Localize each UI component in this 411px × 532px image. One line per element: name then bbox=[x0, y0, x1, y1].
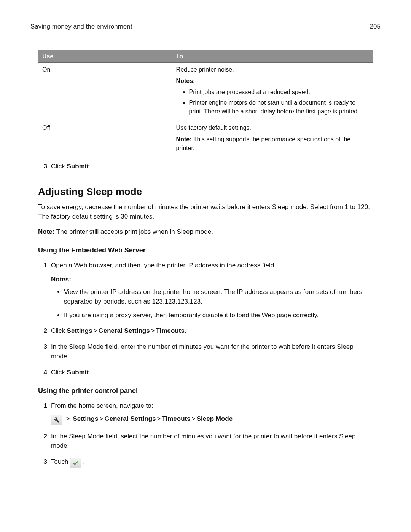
step-number: 2 bbox=[38, 326, 51, 336]
off-desc: Use factory default settings. bbox=[176, 125, 251, 131]
cell-to-on: Reduce printer noise. Notes: Print jobs … bbox=[172, 63, 373, 121]
ews-step-4: 4 Click Submit. bbox=[38, 367, 373, 377]
page: Saving money and the environment 205 Use… bbox=[0, 0, 411, 532]
nav-item: Settings bbox=[67, 327, 92, 334]
list-item: Printer engine motors do not start until… bbox=[189, 99, 369, 116]
table-row: Off Use factory default settings. Note: … bbox=[38, 121, 373, 155]
note-label: Note: bbox=[38, 228, 54, 235]
th-use: Use bbox=[38, 50, 172, 63]
quiet-mode-table: Use To On Reduce printer noise. Notes: P… bbox=[38, 50, 373, 155]
step-body: In the Sleep Mode field, select the numb… bbox=[51, 431, 373, 451]
th-to: To bbox=[172, 50, 373, 63]
step-bold: Submit bbox=[67, 163, 89, 170]
step-body: Touch . bbox=[51, 457, 373, 468]
step-prefix: Click bbox=[51, 327, 67, 334]
chevron-sep: > bbox=[191, 415, 197, 422]
panel-step-3: 3 Touch . bbox=[38, 457, 373, 468]
chevron-sep: > bbox=[65, 415, 71, 422]
ews-heading: Using the Embedded Web Server bbox=[38, 246, 373, 254]
panel-step-1: 1 From the home screen, navigate to: bbox=[38, 401, 373, 411]
nav-item: Settings bbox=[73, 415, 98, 422]
content-area: Use To On Reduce printer noise. Notes: P… bbox=[30, 50, 381, 468]
step-body: In the Sleep Mode field, enter the numbe… bbox=[51, 342, 373, 361]
step-body: Click Submit. bbox=[51, 161, 373, 171]
chevron-sep: > bbox=[98, 415, 104, 422]
ews-step-2: 2 Click Settings>General Settings>Timeou… bbox=[38, 326, 373, 336]
step-number: 3 bbox=[38, 457, 51, 468]
cell-use-off: Off bbox=[38, 121, 172, 155]
step-prefix: Touch bbox=[51, 458, 70, 465]
nav-item: General Settings bbox=[99, 327, 150, 334]
step-number: 4 bbox=[38, 367, 51, 377]
ews-step-3: 3 In the Sleep Mode field, enter the num… bbox=[38, 342, 373, 361]
wrench-icon bbox=[51, 415, 62, 425]
chevron-sep: > bbox=[156, 415, 162, 422]
ews-notes: Notes: View the printer IP address on th… bbox=[51, 276, 373, 320]
notes-label: Notes: bbox=[176, 77, 369, 85]
step-submit: 3 Click Submit. bbox=[38, 161, 373, 171]
step-number: 2 bbox=[38, 431, 51, 451]
checkmark-icon bbox=[70, 458, 81, 468]
chevron-sep: > bbox=[150, 327, 156, 334]
table-row: On Reduce printer noise. Notes: Print jo… bbox=[38, 63, 373, 121]
note-label: Note: bbox=[176, 136, 192, 142]
nav-item: Timeouts bbox=[156, 327, 185, 334]
step-body: Click Submit. bbox=[51, 367, 373, 377]
step-suffix: . bbox=[89, 163, 91, 170]
cell-to-off: Use factory default settings. Note: This… bbox=[172, 121, 373, 155]
on-notes-list: Print jobs are processed at a reduced sp… bbox=[176, 88, 369, 116]
list-item: If you are using a proxy server, then te… bbox=[64, 310, 373, 320]
chevron-sep: > bbox=[92, 327, 99, 334]
note-text: The printer still accepts print jobs whe… bbox=[54, 228, 213, 235]
step-bold: Submit bbox=[67, 369, 89, 376]
step-suffix: . bbox=[185, 327, 186, 334]
page-number: 205 bbox=[370, 23, 381, 30]
step-body: Click Settings>General Settings>Timeouts… bbox=[51, 326, 373, 336]
section-note: Note: The printer still accepts print jo… bbox=[38, 227, 373, 237]
nav-item: Timeouts bbox=[162, 415, 190, 422]
step-body: Open a Web browser, and then type the pr… bbox=[51, 260, 373, 270]
table-header-row: Use To bbox=[38, 50, 373, 63]
panel-step-2: 2 In the Sleep Mode field, select the nu… bbox=[38, 431, 373, 451]
nav-path-body: > Settings>General Settings>Timeouts>Sle… bbox=[51, 414, 373, 425]
list-item: Print jobs are processed at a reduced sp… bbox=[189, 88, 369, 96]
step-number: 3 bbox=[38, 161, 51, 171]
header-title: Saving money and the environment bbox=[30, 23, 132, 30]
notes-title: Notes: bbox=[51, 276, 373, 283]
step-prefix: Click bbox=[51, 369, 67, 376]
section-intro: To save energy, decrease the number of m… bbox=[38, 202, 373, 222]
panel-nav-path: > Settings>General Settings>Timeouts>Sle… bbox=[51, 414, 373, 425]
step-prefix: Click bbox=[51, 163, 67, 170]
list-item: View the printer IP address on the print… bbox=[64, 287, 373, 307]
off-note-text: This setting supports the performance sp… bbox=[176, 136, 351, 151]
on-desc: Reduce printer noise. bbox=[176, 66, 234, 73]
ews-step-1: 1 Open a Web browser, and then type the … bbox=[38, 260, 373, 270]
running-header: Saving money and the environment 205 bbox=[30, 23, 381, 34]
nav-item: Sleep Mode bbox=[197, 415, 233, 422]
ews-notes-list: View the printer IP address on the print… bbox=[51, 287, 373, 320]
panel-heading: Using the printer control panel bbox=[38, 387, 373, 395]
step-number: 1 bbox=[38, 401, 51, 411]
step-body: From the home screen, navigate to: bbox=[51, 401, 373, 411]
step-suffix: . bbox=[82, 458, 84, 465]
section-heading: Adjusting Sleep mode bbox=[38, 186, 373, 198]
cell-use-on: On bbox=[38, 63, 172, 121]
nav-item: General Settings bbox=[104, 415, 156, 422]
step-number: 1 bbox=[38, 260, 51, 270]
step-suffix: . bbox=[89, 369, 91, 376]
step-number: 3 bbox=[38, 342, 51, 361]
